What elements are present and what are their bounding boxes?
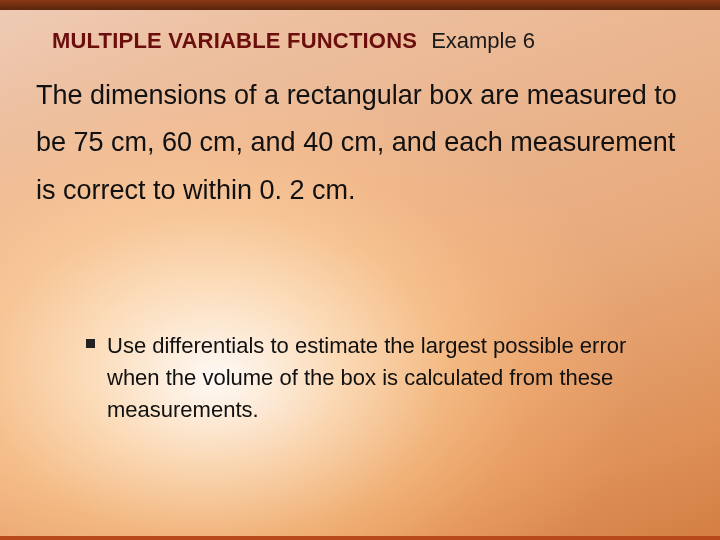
example-label: Example 6	[431, 28, 535, 54]
problem-statement: The dimensions of a rectangular box are …	[36, 72, 680, 214]
body-text: The dimensions of a rectangular box are …	[36, 72, 680, 214]
slide-header: MULTIPLE VARIABLE FUNCTIONS Example 6	[52, 28, 680, 54]
bullet-text: Use differentials to estimate the larges…	[107, 330, 660, 426]
bullet-list: Use differentials to estimate the larges…	[86, 330, 660, 426]
square-bullet-icon	[86, 339, 95, 348]
slide: MULTIPLE VARIABLE FUNCTIONS Example 6 Th…	[0, 0, 720, 540]
list-item: Use differentials to estimate the larges…	[86, 330, 660, 426]
top-accent-bar	[0, 0, 720, 10]
section-title: MULTIPLE VARIABLE FUNCTIONS	[52, 28, 417, 54]
